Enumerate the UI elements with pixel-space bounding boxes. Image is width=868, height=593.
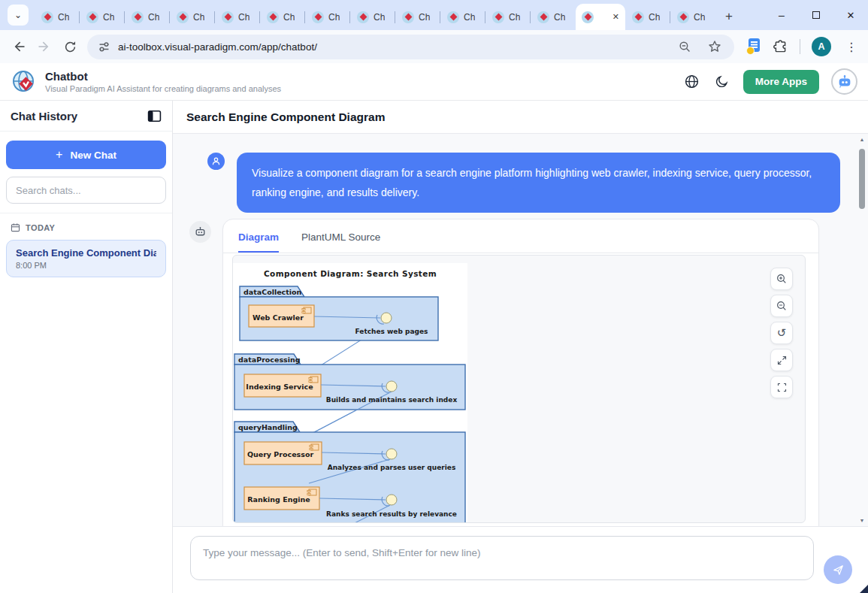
zoom-indicator-icon[interactable]	[678, 40, 692, 54]
new-tab-button[interactable]: +	[718, 6, 739, 27]
zoom-out-button[interactable]	[770, 295, 793, 317]
favicon-icon	[677, 11, 689, 23]
robot-icon	[194, 225, 207, 238]
user-message-bubble: Visualize a component diagram for a sear…	[237, 153, 840, 213]
favicon-icon	[267, 11, 279, 23]
tab-title: Ch	[328, 12, 340, 23]
reset-icon: ↺	[777, 326, 787, 340]
package-queryHandling: queryHandling Query Processor Analyzes a…	[234, 422, 465, 523]
today-section-label: TODAY	[26, 223, 55, 232]
expand-arrows-icon	[776, 355, 788, 366]
tab-title: Ch	[148, 12, 159, 23]
tab-title: Ch	[464, 12, 475, 23]
zoom-out-icon	[776, 300, 788, 312]
browser-tab[interactable]: Ch	[531, 4, 576, 30]
bot-avatar	[189, 221, 211, 243]
reload-button[interactable]	[57, 34, 83, 59]
chat-scrollbar[interactable]: ▲ ▼	[857, 135, 866, 525]
fullscreen-button[interactable]	[770, 376, 793, 398]
dark-mode-moon-icon[interactable]	[713, 73, 731, 91]
scroll-up-icon[interactable]: ▲	[857, 137, 866, 142]
favicon-icon	[492, 11, 504, 23]
site-settings-icon[interactable]	[98, 41, 110, 53]
component-label: Query Processor	[247, 450, 314, 458]
scroll-down-icon[interactable]: ▼	[857, 518, 866, 523]
chat-history-item[interactable]: Search Engine Component Dia... 8:00 PM	[6, 240, 166, 277]
browser-tab[interactable]: Ch	[35, 4, 80, 30]
new-chat-button[interactable]: + New Chat	[6, 141, 166, 169]
component-icon	[309, 377, 318, 383]
address-bar[interactable]: ai-toolbox.visual-paradigm.com/app/chatb…	[87, 35, 734, 59]
browser-tab-active[interactable]: ✕	[576, 4, 625, 30]
browser-tab[interactable]: Ch	[440, 4, 485, 30]
zoom-in-button[interactable]	[770, 268, 793, 290]
tab-title: Ch	[58, 12, 69, 23]
diagram-viewport[interactable]: Component Diagram: Search System dataCol…	[232, 255, 806, 523]
favicon-icon	[132, 11, 144, 23]
bookmark-star-icon[interactable]	[707, 39, 722, 54]
scrollbar-thumb[interactable]	[859, 149, 865, 209]
browser-tab[interactable]: Ch	[260, 4, 305, 30]
chat-scroll-area[interactable]: Visualize a component diagram for a sear…	[173, 134, 868, 526]
message-composer	[173, 526, 868, 593]
send-button[interactable]	[824, 555, 852, 584]
sidebar: Chat History + New Chat TODAY Search Eng…	[0, 101, 173, 593]
interface-label: Fetches web pages	[355, 328, 428, 335]
fullscreen-corners-icon	[776, 382, 788, 393]
back-button[interactable]	[6, 34, 32, 59]
reset-view-button[interactable]: ↺	[770, 322, 793, 344]
browser-tab[interactable]: Ch	[170, 4, 215, 30]
chat-item-time: 8:00 PM	[16, 261, 156, 270]
search-chats-input[interactable]	[6, 177, 166, 204]
chat-main: Search Engine Component Diagram Visualiz…	[173, 101, 868, 593]
package-name: dataCollection	[243, 288, 302, 296]
browser-tab[interactable]: Ch	[670, 4, 715, 30]
extensions-puzzle-icon[interactable]	[773, 39, 788, 55]
browser-tab[interactable]: Ch	[215, 4, 260, 30]
tab-title: Ch	[694, 12, 705, 23]
calendar-icon	[11, 222, 20, 232]
message-input[interactable]	[190, 536, 814, 580]
maximize-button[interactable]	[799, 0, 833, 30]
minimize-button[interactable]: –	[764, 0, 799, 30]
interface-lollipop	[386, 449, 397, 459]
favicon-icon	[632, 11, 644, 23]
browser-tab[interactable]: Ch	[395, 4, 440, 30]
browser-tab[interactable]: Ch	[125, 4, 170, 30]
tab-title: Ch	[374, 12, 385, 23]
tab-plantuml-source[interactable]: PlantUML Source	[301, 231, 380, 253]
window-close-button[interactable]: ✕	[833, 0, 868, 30]
resize-corner	[860, 585, 868, 593]
fit-expand-button[interactable]	[770, 349, 793, 371]
forward-button[interactable]	[32, 34, 57, 59]
sidebar-collapse-icon[interactable]	[147, 110, 162, 123]
tab-title: Ch	[509, 12, 520, 23]
back-icon	[11, 39, 26, 54]
browser-menu-icon[interactable]: ⋮	[842, 40, 860, 54]
browser-tab[interactable]: Ch	[485, 4, 531, 30]
favicon-icon	[537, 11, 549, 23]
browser-tab[interactable]: Ch	[625, 4, 670, 30]
component-label: Indexing Service	[246, 383, 313, 391]
sidebar-divider	[0, 213, 172, 213]
interface-label: Builds and maintains search index	[326, 396, 458, 404]
browser-tab[interactable]: Ch	[80, 4, 125, 30]
tab-diagram[interactable]: Diagram	[238, 231, 279, 253]
chatbot-badge-icon[interactable]	[831, 68, 857, 95]
url-text[interactable]: ai-toolbox.visual-paradigm.com/app/chatb…	[118, 41, 678, 53]
tab-search-chevron-icon[interactable]: ⌄	[8, 5, 29, 26]
tab-close-icon[interactable]: ✕	[612, 13, 619, 21]
more-apps-button[interactable]: More Apps	[743, 70, 819, 94]
browser-tab[interactable]: Ch	[350, 4, 395, 30]
reload-icon	[63, 40, 77, 54]
forward-icon	[37, 39, 52, 54]
plus-icon: +	[56, 148, 62, 162]
favicon-icon	[86, 11, 98, 23]
browser-tab[interactable]: Ch	[305, 4, 350, 30]
visual-paradigm-logo	[11, 68, 38, 95]
browser-profile-avatar[interactable]: A	[812, 37, 831, 56]
favicon-icon	[41, 11, 53, 23]
reading-mode-icon[interactable]	[746, 38, 761, 55]
app-title: Chatbot	[45, 70, 281, 84]
language-globe-icon[interactable]	[683, 73, 701, 91]
